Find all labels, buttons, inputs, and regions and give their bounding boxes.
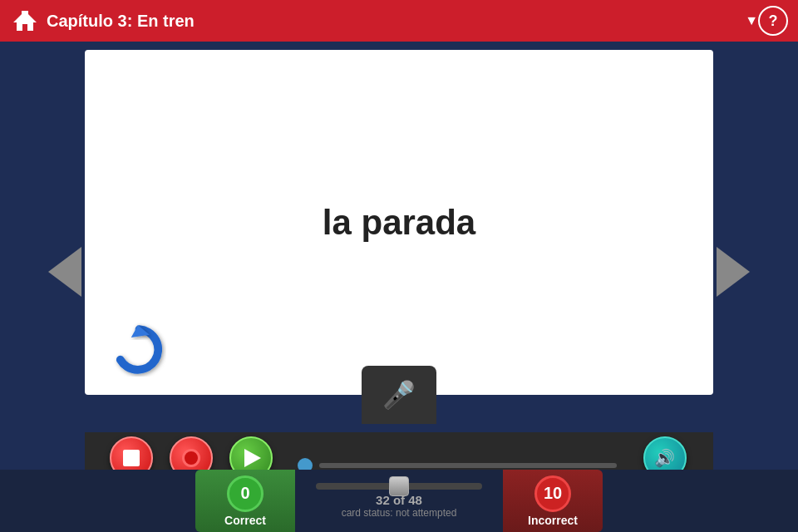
help-button[interactable]: ? xyxy=(758,6,788,36)
progress-track[interactable] xyxy=(319,463,617,468)
replay-icon xyxy=(112,323,166,377)
left-arrow-icon xyxy=(48,247,81,297)
home-icon xyxy=(12,7,38,34)
correct-label: Correct xyxy=(224,514,266,527)
status-bar: 0 Correct 32 of 48 card status: not atte… xyxy=(0,470,798,532)
correct-count: 0 xyxy=(240,484,249,503)
incorrect-badge: 10 xyxy=(534,475,571,512)
previous-card-button[interactable] xyxy=(48,247,81,297)
incorrect-count: 10 xyxy=(544,484,562,503)
header: Capítulo 3: En tren ▼ ? xyxy=(0,0,798,42)
microphone-popup: 🎤 xyxy=(362,366,436,424)
chapter-title: Capítulo 3: En tren xyxy=(47,12,740,31)
flashcard: la parada 🎤 xyxy=(85,50,713,395)
card-position-slider[interactable] xyxy=(316,483,482,490)
correct-button[interactable]: 0 Correct xyxy=(195,470,295,532)
right-arrow-icon xyxy=(717,247,750,297)
main-content: la parada 🎤 Stop Record xyxy=(0,42,798,532)
microphone-icon: 🎤 xyxy=(382,379,416,411)
speaker-icon: 🔊 xyxy=(654,448,675,468)
replay-button[interactable] xyxy=(110,320,168,378)
svg-rect-1 xyxy=(22,11,28,17)
incorrect-label: Incorrect xyxy=(528,514,578,527)
card-word: la parada xyxy=(323,203,475,243)
card-status-text: card status: not attempted xyxy=(342,507,457,519)
card-status: 32 of 48 card status: not attempted xyxy=(299,483,499,519)
stop-icon xyxy=(123,450,140,466)
home-button[interactable] xyxy=(10,6,40,36)
card-slider-thumb xyxy=(389,476,409,496)
next-card-button[interactable] xyxy=(717,247,750,297)
incorrect-button[interactable]: 10 Incorrect xyxy=(503,470,603,532)
dropdown-arrow-icon[interactable]: ▼ xyxy=(745,13,758,28)
play-icon xyxy=(244,449,261,467)
correct-badge: 0 xyxy=(227,475,264,512)
record-icon xyxy=(182,449,200,467)
